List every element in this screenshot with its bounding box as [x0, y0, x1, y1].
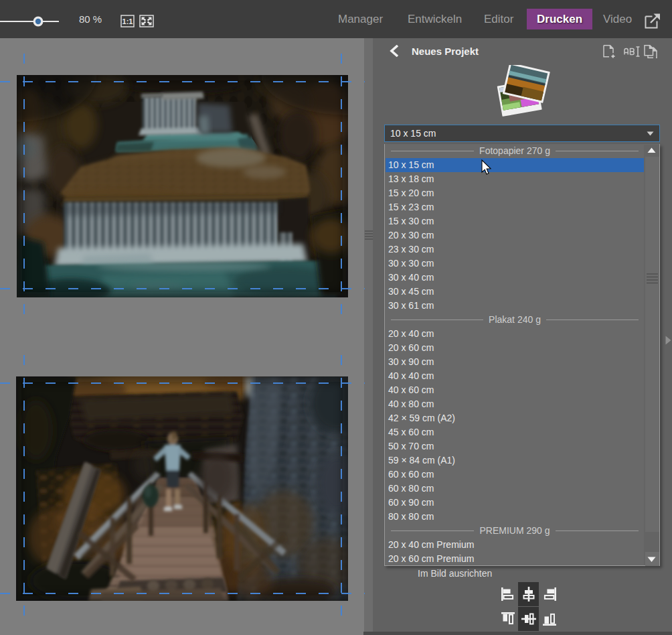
svg-text:1:1: 1:1: [122, 17, 133, 25]
